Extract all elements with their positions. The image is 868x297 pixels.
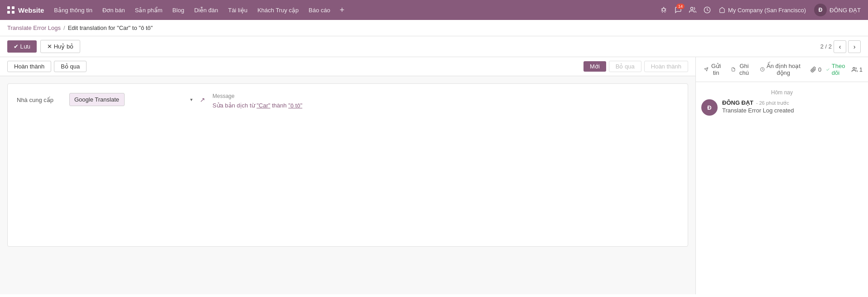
chatter-toolbar: Gửi tin Ghi chú Ấn định hoạt động xyxy=(696,57,868,82)
clock-icon[interactable] xyxy=(700,3,714,17)
nav-menu: Bảng thông tin Đơn bán Sản phẩm Blog Diễ… xyxy=(49,5,335,15)
breadcrumb-current: Edit translation for "Car" to "ô tô" xyxy=(68,24,153,31)
note-button[interactable]: Ghi chú xyxy=(728,61,754,78)
nav-item-orders[interactable]: Đơn bán xyxy=(98,5,130,15)
chatter-messages: Hôm nay Đ ĐÔNG ĐẠT - 26 phút trước Trans… xyxy=(696,82,868,294)
svg-point-5 xyxy=(690,7,693,10)
nav-item-forum[interactable]: Diễn đàn xyxy=(190,5,223,15)
breadcrumb: Translate Error Logs / Edit translation … xyxy=(0,20,868,36)
pagination-info: 2 / 2 ‹ › xyxy=(820,40,861,53)
username-label: ĐÔNG ĐẠT xyxy=(829,7,861,14)
message-item: Đ ĐÔNG ĐẠT - 26 phút trước Translate Err… xyxy=(701,99,863,116)
message-header: ĐÔNG ĐẠT - 26 phút trước xyxy=(722,99,863,106)
svg-rect-2 xyxy=(7,11,10,14)
pagination-text: 2 / 2 xyxy=(820,43,832,50)
send-message-button[interactable]: Gửi tin xyxy=(701,61,725,78)
provider-label: Nhà cung cấp xyxy=(17,93,62,103)
attachments-number: 0 xyxy=(818,66,821,73)
message-author: ĐÔNG ĐẠT xyxy=(722,99,753,106)
user-avatar: Đ xyxy=(814,4,827,16)
follow-label: Theo dõi xyxy=(832,63,847,76)
people-icon[interactable] xyxy=(685,3,700,17)
status-bar: Hoàn thành Bỏ qua Mới Bỏ qua Hoàn thành xyxy=(0,57,695,76)
nav-item-dashboard[interactable]: Bảng thông tin xyxy=(49,5,97,15)
company-name: My Company (San Francisco) xyxy=(728,7,806,14)
nav-item-reports[interactable]: Báo cáo xyxy=(304,5,335,15)
save-button[interactable]: ✔ Lưu xyxy=(7,40,37,53)
followers-count[interactable]: 1 xyxy=(852,66,863,73)
follow-button[interactable]: Theo dõi xyxy=(826,63,847,76)
message-word2: "ô tô" xyxy=(288,102,302,109)
brand-name[interactable]: Website xyxy=(18,6,44,14)
chatter-meta: 0 Theo dõi 1 xyxy=(810,63,863,76)
hoan-thanh-tab: Hoàn thành xyxy=(644,61,688,72)
chat-badge: 14 xyxy=(676,4,685,9)
message-prefix: Sửa bản dịch từ xyxy=(212,102,255,109)
provider-field: Google Translate ↗ xyxy=(69,93,205,106)
bo-qua-tab: Bỏ qua xyxy=(609,61,641,72)
main-layout: Hoàn thành Bỏ qua Mới Bỏ qua Hoàn thành … xyxy=(0,57,868,294)
company-selector[interactable]: My Company (San Francisco) xyxy=(714,5,810,15)
discard-button[interactable]: ✕ Huỷ bỏ xyxy=(40,40,80,53)
message-word1: "Car" xyxy=(256,102,270,109)
moi-tab[interactable]: Mới xyxy=(583,61,606,72)
message-section: Message Sửa bản dịch từ "Car" thành "ô t… xyxy=(212,93,679,109)
date-separator: Hôm nay xyxy=(701,89,863,96)
breadcrumb-parent-link[interactable]: Translate Error Logs xyxy=(7,24,61,31)
next-record-button[interactable]: › xyxy=(848,40,861,53)
chat-icon[interactable]: 14 xyxy=(671,3,685,17)
svg-point-4 xyxy=(662,8,665,11)
nav-item-blog[interactable]: Blog xyxy=(168,5,189,15)
bo-qua-button[interactable]: Bỏ qua xyxy=(54,61,87,72)
hoan-thanh-button[interactable]: Hoàn thành xyxy=(7,61,51,72)
message-avatar: Đ xyxy=(701,99,718,116)
attachments-count[interactable]: 0 xyxy=(810,66,821,73)
external-link-icon[interactable]: ↗ xyxy=(200,96,205,103)
message-text: Sửa bản dịch từ "Car" thành "ô tô" xyxy=(212,102,679,109)
message-content: ĐÔNG ĐẠT - 26 phút trước Translate Error… xyxy=(722,99,863,114)
translation-row: Nhà cung cấp Google Translate ↗ Message … xyxy=(17,93,679,109)
message-label: Message xyxy=(212,93,679,99)
left-panel: Hoàn thành Bỏ qua Mới Bỏ qua Hoàn thành … xyxy=(0,57,696,294)
bug-icon[interactable] xyxy=(656,3,671,17)
provider-select[interactable]: Google Translate xyxy=(69,93,125,106)
prev-record-button[interactable]: ‹ xyxy=(834,40,846,53)
svg-rect-3 xyxy=(12,11,14,14)
breadcrumb-separator: / xyxy=(63,24,65,31)
message-body: Translate Error Log created xyxy=(722,107,863,114)
provider-select-wrapper: Google Translate xyxy=(69,93,197,106)
assign-activity-button[interactable]: Ấn định hoạt động xyxy=(757,61,803,78)
svg-point-10 xyxy=(853,67,854,69)
right-panel: Gửi tin Ghi chú Ấn định hoạt động xyxy=(696,57,868,294)
grid-icon[interactable] xyxy=(4,3,18,17)
translation-card: Nhà cung cấp Google Translate ↗ Message … xyxy=(7,83,688,247)
nav-item-products[interactable]: Sản phẩm xyxy=(130,5,167,15)
nav-item-visitors[interactable]: Khách Truy cập xyxy=(253,5,303,15)
content-area: Nhà cung cấp Google Translate ↗ Message … xyxy=(0,76,695,294)
message-time: - 26 phút trước xyxy=(756,100,789,106)
nav-item-docs[interactable]: Tài liệu xyxy=(223,5,252,15)
svg-rect-0 xyxy=(7,6,10,9)
followers-number: 1 xyxy=(859,66,863,73)
action-toolbar: ✔ Lưu ✕ Huỷ bỏ 2 / 2 ‹ › xyxy=(0,36,868,57)
top-navigation: Website Bảng thông tin Đơn bán Sản phẩm … xyxy=(0,0,868,20)
svg-rect-1 xyxy=(12,6,14,9)
message-connector-text: thành xyxy=(272,102,287,109)
add-icon[interactable]: + xyxy=(335,3,349,17)
user-menu[interactable]: Đ ĐÔNG ĐẠT xyxy=(810,2,864,18)
